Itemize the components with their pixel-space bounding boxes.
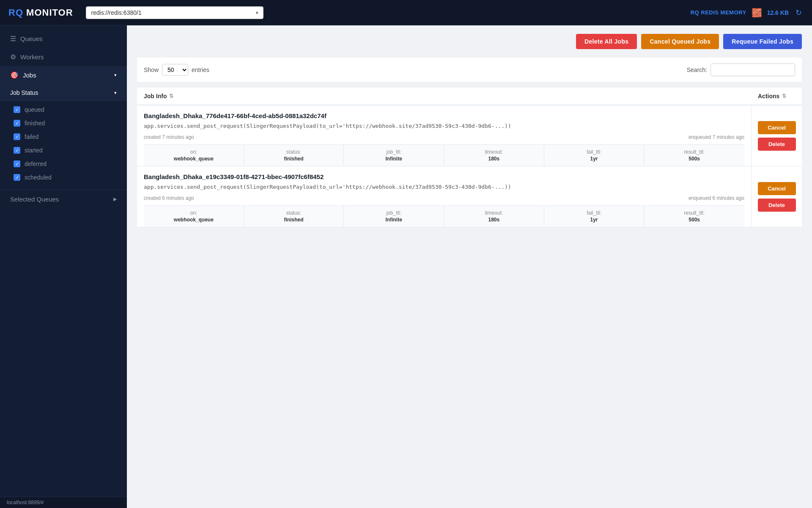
job-status-label: Job Status bbox=[10, 89, 38, 96]
status-label-queued: queued bbox=[25, 106, 44, 113]
status-label-started: started bbox=[25, 147, 43, 154]
job-meta-0: on: webhook_queue status: finished job_t… bbox=[144, 144, 744, 166]
table-header: Job Info ⇅ Actions ⇅ bbox=[137, 88, 802, 105]
job-meta-status-1: status: finished bbox=[244, 206, 344, 227]
status-label-scheduled: scheduled bbox=[25, 174, 52, 181]
sort-actions-icon[interactable]: ⇅ bbox=[782, 93, 786, 99]
job-created-0: created 7 minutes ago bbox=[144, 134, 194, 140]
delete-job-button-0[interactable]: Delete bbox=[758, 138, 796, 151]
sidebar-item-selected-queues[interactable]: Selected Queues ▶ bbox=[0, 189, 127, 209]
job-meta-fail-ttl-1: fail_ttl: 1yr bbox=[544, 206, 645, 227]
job-meta-on-0: on: webhook_queue bbox=[144, 145, 244, 166]
jobs-table: Job Info ⇅ Actions ⇅ Bangladesh_Dhaka_77… bbox=[137, 88, 802, 227]
checkbox-failed[interactable] bbox=[14, 133, 20, 140]
sidebar-status-deferred[interactable]: deferred bbox=[0, 157, 127, 171]
search-box: Search: bbox=[687, 64, 795, 76]
job-meta-timeout-1: timeout: 180s bbox=[444, 206, 544, 227]
workers-icon: ⚙ bbox=[10, 53, 16, 61]
refresh-button[interactable]: ↻ bbox=[794, 6, 804, 19]
app-logo: RQ MONITOR bbox=[8, 7, 73, 18]
selected-queues-label: Selected Queues bbox=[10, 196, 109, 203]
sidebar-status-scheduled[interactable]: scheduled bbox=[0, 171, 127, 184]
selected-queues-arrow: ▶ bbox=[113, 196, 117, 202]
job-meta-timeout-0: timeout: 180s bbox=[444, 145, 544, 166]
table-row: Bangladesh_Dhaka_776de417-66bf-4ced-ab5d… bbox=[137, 105, 802, 166]
main-content: Delete All Jobs Cancel Queued Jobs Reque… bbox=[127, 25, 812, 508]
checkbox-scheduled[interactable] bbox=[14, 174, 20, 181]
job-id-1: Bangladesh_Dhaka_e19c3349-01f8-4271-bbec… bbox=[144, 173, 744, 180]
job-meta-on-1: on: webhook_queue bbox=[144, 206, 244, 227]
status-label-deferred: deferred bbox=[25, 160, 47, 167]
status-label-failed: failed bbox=[25, 133, 38, 140]
checkbox-queued[interactable] bbox=[14, 106, 20, 113]
status-url: localhost:8899/# bbox=[7, 500, 44, 505]
redis-icon: 🧱 bbox=[752, 8, 762, 18]
sidebar: ☰ Queues ⚙ Workers 🎯 Jobs ▾ Job Status ▾… bbox=[0, 25, 127, 508]
header: RQ MONITOR redis://redis:6380/1 RQ REDIS… bbox=[0, 0, 812, 25]
job-func-0: app.services.send_post_request(SlingerRe… bbox=[144, 123, 744, 129]
delete-job-button-1[interactable]: Delete bbox=[758, 199, 796, 212]
queues-icon: ☰ bbox=[10, 35, 16, 43]
job-func-1: app.services.send_post_request(SlingerRe… bbox=[144, 184, 744, 190]
job-meta-result-ttl-0: result_ttl: 500s bbox=[644, 145, 744, 166]
memory-value: 12.6 KB bbox=[767, 9, 789, 16]
col-job-info: Job Info ⇅ bbox=[137, 88, 751, 105]
status-label-finished: finished bbox=[25, 120, 45, 127]
sidebar-item-workers[interactable]: ⚙ Workers bbox=[0, 48, 127, 66]
cancel-job-button-0[interactable]: Cancel bbox=[758, 121, 796, 134]
sort-job-info-icon[interactable]: ⇅ bbox=[169, 93, 173, 99]
sidebar-workers-label: Workers bbox=[20, 53, 117, 61]
jobs-icon: 🎯 bbox=[10, 71, 19, 79]
job-timestamps-0: created 7 minutes ago enqueued 7 minutes… bbox=[144, 134, 744, 140]
job-status-items: queued finished failed started deferred … bbox=[0, 101, 127, 186]
job-created-1: created 6 minutes ago bbox=[144, 195, 194, 201]
sidebar-status-finished[interactable]: finished bbox=[0, 116, 127, 130]
header-right: RQ REDIS MEMORY 🧱 12.6 KB ↻ bbox=[691, 6, 804, 19]
delete-all-jobs-button[interactable]: Delete All Jobs bbox=[576, 34, 637, 49]
job-enqueued-0: enqueued 7 minutes ago bbox=[689, 134, 744, 140]
job-meta-result-ttl-1: result_ttl: 500s bbox=[644, 206, 744, 227]
sidebar-item-queues[interactable]: ☰ Queues bbox=[0, 30, 127, 48]
col-job-info-label: Job Info bbox=[144, 93, 167, 99]
jobs-arrow: ▾ bbox=[114, 72, 117, 78]
job-status-arrow: ▾ bbox=[114, 90, 117, 96]
show-entries: Show 102550100 entries bbox=[144, 64, 209, 76]
search-label: Search: bbox=[687, 66, 707, 73]
job-actions-0: Cancel Delete bbox=[751, 105, 802, 166]
sidebar-item-jobs[interactable]: 🎯 Jobs ▾ bbox=[0, 66, 127, 84]
cancel-queued-jobs-button[interactable]: Cancel Queued Jobs bbox=[641, 34, 719, 49]
job-status-header[interactable]: Job Status ▾ bbox=[0, 84, 127, 101]
show-label: Show bbox=[144, 66, 159, 73]
job-meta-job-ttl-0: job_ttl: Infinite bbox=[344, 145, 444, 166]
sidebar-queues-label: Queues bbox=[20, 35, 117, 42]
cancel-job-button-1[interactable]: Cancel bbox=[758, 182, 796, 195]
job-status-section: Job Status ▾ queued finished failed star… bbox=[0, 84, 127, 186]
job-meta-status-0: status: finished bbox=[244, 145, 344, 166]
sidebar-status-failed[interactable]: failed bbox=[0, 130, 127, 144]
job-id-0: Bangladesh_Dhaka_776de417-66bf-4ced-ab5d… bbox=[144, 112, 744, 119]
requeue-failed-jobs-button[interactable]: Requeue Failed Jobs bbox=[723, 34, 802, 49]
job-info-1: Bangladesh_Dhaka_e19c3349-01f8-4271-bbec… bbox=[137, 166, 751, 227]
job-meta-job-ttl-1: job_ttl: Infinite bbox=[344, 206, 444, 227]
job-meta-1: on: webhook_queue status: finished job_t… bbox=[144, 205, 744, 227]
table-controls: Show 102550100 entries Search: bbox=[137, 58, 802, 83]
redis-selector-container: redis://redis:6380/1 bbox=[86, 6, 263, 19]
redis-url-select[interactable]: redis://redis:6380/1 bbox=[86, 6, 263, 19]
sidebar-status-started[interactable]: started bbox=[0, 144, 127, 157]
job-enqueued-1: enqueued 6 minutes ago bbox=[689, 195, 744, 201]
action-buttons: Delete All Jobs Cancel Queued Jobs Reque… bbox=[137, 34, 802, 49]
search-input[interactable] bbox=[710, 64, 795, 76]
job-meta-fail-ttl-0: fail_ttl: 1yr bbox=[544, 145, 645, 166]
checkbox-started[interactable] bbox=[14, 147, 20, 154]
jobs-container: Bangladesh_Dhaka_776de417-66bf-4ced-ab5d… bbox=[137, 105, 802, 227]
col-actions-label: Actions bbox=[758, 93, 779, 99]
job-info-0: Bangladesh_Dhaka_776de417-66bf-4ced-ab5d… bbox=[137, 105, 751, 166]
col-actions: Actions ⇅ bbox=[751, 88, 802, 105]
checkbox-deferred[interactable] bbox=[14, 160, 20, 167]
status-bar: localhost:8899/# bbox=[0, 497, 127, 508]
checkbox-finished[interactable] bbox=[14, 120, 20, 127]
memory-label: RQ REDIS MEMORY bbox=[691, 9, 746, 16]
sidebar-status-queued[interactable]: queued bbox=[0, 103, 127, 116]
show-entries-select[interactable]: 102550100 bbox=[162, 64, 188, 76]
layout: ☰ Queues ⚙ Workers 🎯 Jobs ▾ Job Status ▾… bbox=[0, 25, 812, 508]
